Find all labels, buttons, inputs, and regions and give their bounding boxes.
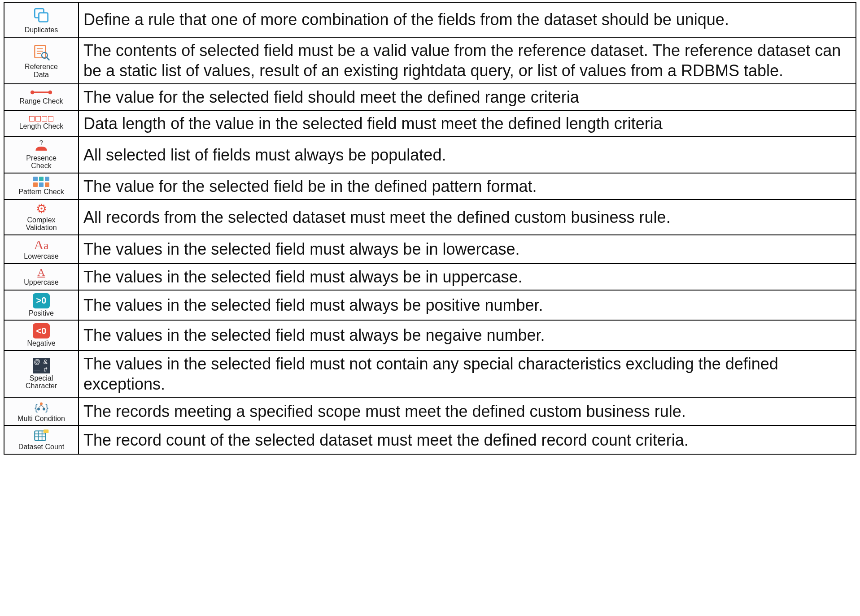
svg-text:?: ? <box>39 140 43 146</box>
svg-line-18 <box>41 405 44 408</box>
icon-cell-range-check: Range Check <box>4 84 79 110</box>
rule-description: The values in the selected field must al… <box>79 264 856 290</box>
table-row: A Uppercase The values in the selected f… <box>4 264 856 290</box>
icon-label: Duplicates <box>25 26 58 34</box>
icon-label: Range Check <box>20 97 63 105</box>
multi-condition-icon: { } <box>33 400 49 414</box>
icon-cell-reference-data: Reference Data <box>4 37 79 84</box>
complex-validation-icon: ⚙ <box>36 203 47 215</box>
rule-description: The record count of the selected dataset… <box>79 425 856 454</box>
table-row: <0 Negative The values in the selected f… <box>4 320 856 351</box>
rule-description: All selected list of fields must always … <box>79 137 856 173</box>
rule-description: The values in the selected field must al… <box>79 320 856 351</box>
icon-label: Presence Check <box>26 154 57 170</box>
rule-description: Define a rule that one of more combinati… <box>79 2 856 37</box>
table-row: Duplicates Define a rule that one of mor… <box>4 2 856 37</box>
rule-description: The value for the selected field be in t… <box>79 173 856 200</box>
icon-label: Length Check <box>19 122 64 130</box>
pattern-check-icon <box>33 177 49 187</box>
table-row: Range Check The value for the selected f… <box>4 84 856 110</box>
icon-cell-dataset-count: Dataset Count <box>4 425 79 454</box>
icon-cell-negative: <0 Negative <box>4 320 79 351</box>
length-check-icon <box>29 116 53 121</box>
positive-icon: >0 <box>33 293 50 308</box>
reference-data-icon <box>31 42 51 62</box>
special-character-icon: @ & — # <box>33 358 50 373</box>
table-row: Reference Data The contents of selected … <box>4 37 856 84</box>
svg-point-15 <box>37 408 40 410</box>
table-row: ⚙ Complex Validation All records from th… <box>4 200 856 235</box>
dataset-count-icon <box>33 429 49 442</box>
table-row: @ & — # Special Character The values in … <box>4 351 856 397</box>
svg-line-7 <box>47 57 49 60</box>
rules-table: Duplicates Define a rule that one of mor… <box>4 2 856 455</box>
rule-description: The records meeting a specified scope mu… <box>79 397 856 426</box>
table-row: Length Check Data length of the value in… <box>4 110 856 137</box>
range-check-icon <box>30 88 52 96</box>
icon-cell-multi-condition: { } Multi Condition <box>4 397 79 426</box>
svg-text:{: { <box>35 402 38 412</box>
rule-description: All records from the selected dataset mu… <box>79 200 856 235</box>
rule-description: The values in the selected field must al… <box>79 235 856 264</box>
icon-cell-duplicates: Duplicates <box>4 2 79 37</box>
icon-cell-special-character: @ & — # Special Character <box>4 351 79 397</box>
icon-label: Special Character <box>26 374 57 390</box>
icon-cell-complex-validation: ⚙ Complex Validation <box>4 200 79 235</box>
icon-cell-uppercase: A Uppercase <box>4 264 79 290</box>
rule-description: The value for the selected field should … <box>79 84 856 110</box>
icon-label: Positive <box>29 309 54 317</box>
svg-point-14 <box>40 402 43 405</box>
icon-cell-lowercase: Aa Lowercase <box>4 235 79 264</box>
icon-cell-pattern-check: Pattern Check <box>4 173 79 200</box>
svg-point-10 <box>48 91 52 95</box>
icon-label: Complex Validation <box>26 216 57 232</box>
icon-cell-positive: >0 Positive <box>4 290 79 321</box>
icon-label: Negative <box>27 339 55 347</box>
icon-label: Uppercase <box>24 278 58 286</box>
svg-rect-1 <box>39 13 48 22</box>
icon-label: Pattern Check <box>18 188 64 196</box>
table-row: ? Presence Check All selected list of fi… <box>4 137 856 173</box>
svg-point-16 <box>43 408 45 410</box>
rule-description: Data length of the value in the selected… <box>79 110 856 137</box>
svg-text:}: } <box>45 402 48 412</box>
table-row: >0 Positive The values in the selected f… <box>4 290 856 321</box>
table-row: { } Multi Condition The records meeting … <box>4 397 856 426</box>
table-row: Aa Lowercase The values in the selected … <box>4 235 856 264</box>
table-row: Pattern Check The value for the selected… <box>4 173 856 200</box>
icon-label: Lowercase <box>24 252 58 260</box>
svg-line-17 <box>39 405 41 408</box>
rule-description: The contents of selected field must be a… <box>79 37 856 84</box>
rule-description: The values in the selected field must no… <box>79 351 856 397</box>
icon-label: Reference Data <box>25 63 58 78</box>
icon-cell-length-check: Length Check <box>4 110 79 137</box>
icon-label: Dataset Count <box>18 443 64 451</box>
presence-check-icon: ? <box>33 140 49 153</box>
icon-label: Multi Condition <box>17 415 65 423</box>
rules-table-page: Duplicates Define a rule that one of mor… <box>0 0 860 456</box>
negative-icon: <0 <box>33 323 50 338</box>
uppercase-icon: A <box>37 267 45 278</box>
rule-description: The values in the selected field must al… <box>79 290 856 321</box>
duplicates-icon <box>31 5 51 25</box>
lowercase-icon: Aa <box>34 238 48 252</box>
table-row: Dataset Count The record count of the se… <box>4 425 856 454</box>
svg-point-9 <box>31 91 35 95</box>
svg-rect-24 <box>44 429 48 433</box>
icon-cell-presence-check: ? Presence Check <box>4 137 79 173</box>
